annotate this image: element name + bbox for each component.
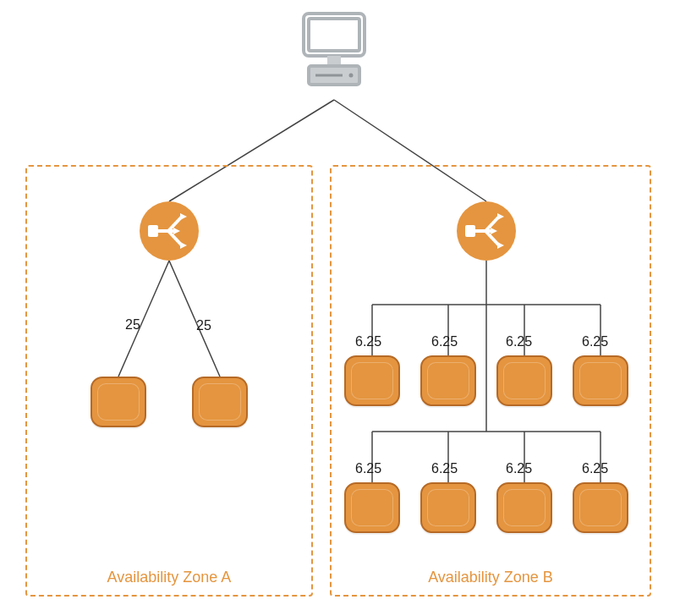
zone-b-weight-8: 6.25 xyxy=(582,461,608,476)
zone-b-target-5 xyxy=(344,482,400,533)
zone-b-weight-1: 6.25 xyxy=(355,334,381,349)
zone-a-target-2 xyxy=(192,377,248,427)
zone-b-target-2 xyxy=(420,355,476,406)
zone-b-target-7 xyxy=(496,482,552,533)
zone-b-target-1 xyxy=(344,355,400,406)
zone-a-weight-2: 25 xyxy=(196,318,211,333)
zone-b-weight-3: 6.25 xyxy=(506,334,532,349)
svg-marker-27 xyxy=(173,228,180,234)
diagram-stage: Availability Zone A Availability Zone B xyxy=(0,0,680,616)
zone-a-label: Availability Zone A xyxy=(27,569,311,586)
svg-rect-18 xyxy=(327,56,341,64)
zone-b-weight-4: 6.25 xyxy=(582,334,608,349)
svg-marker-33 xyxy=(497,213,504,220)
svg-marker-34 xyxy=(491,228,497,234)
svg-rect-17 xyxy=(309,19,359,51)
client-computer-icon xyxy=(292,8,376,93)
zone-b-target-6 xyxy=(420,482,476,533)
zone-b-target-3 xyxy=(496,355,552,406)
zone-b-label: Availability Zone B xyxy=(332,569,650,586)
load-balancer-a-icon xyxy=(140,201,199,261)
zone-b-weight-6: 6.25 xyxy=(431,461,458,476)
zone-a-weight-1: 25 xyxy=(125,317,140,333)
svg-marker-35 xyxy=(497,242,504,249)
svg-point-21 xyxy=(349,74,354,78)
zone-b-target-4 xyxy=(573,355,628,406)
zone-b-weight-5: 6.25 xyxy=(355,461,381,476)
zone-b-target-8 xyxy=(573,482,628,533)
zone-b-weight-7: 6.25 xyxy=(506,461,532,476)
zone-b-weight-2: 6.25 xyxy=(431,334,458,349)
svg-marker-28 xyxy=(180,242,187,249)
svg-marker-26 xyxy=(180,213,187,220)
zone-a-target-1 xyxy=(90,377,146,427)
load-balancer-b-icon xyxy=(457,201,516,261)
